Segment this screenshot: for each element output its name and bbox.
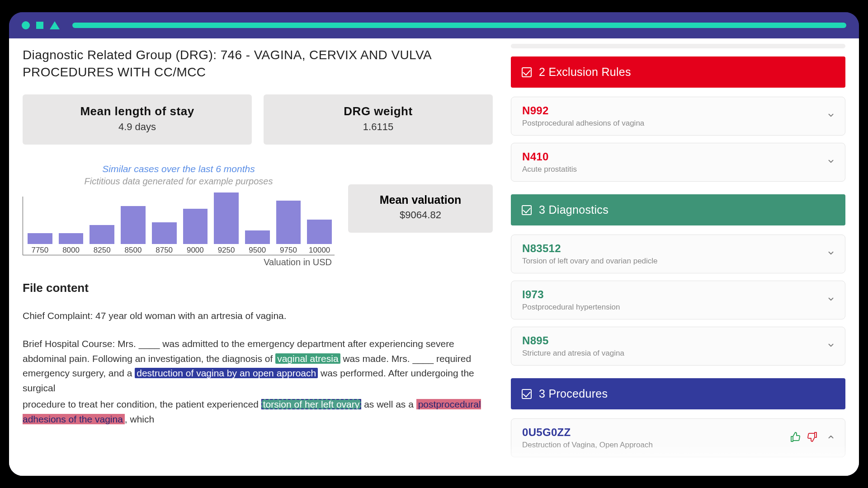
chevron-down-icon[interactable] [827, 249, 835, 259]
panel-title: 3 Procedures [539, 387, 608, 400]
chevron-down-icon[interactable] [827, 111, 835, 121]
similar-cases-chart: Similar cases over the last 6 months Fic… [23, 164, 335, 267]
hospital-course-1: Brief Hospital Course: Mrs. ____ was adm… [23, 337, 493, 395]
checkbox-icon [522, 205, 532, 215]
chart-tick-label: 9500 [249, 246, 266, 255]
procedures-header[interactable]: 3 Procedures [511, 378, 845, 409]
hospital-course-2: procedure to treat her condition, the pa… [23, 397, 493, 427]
code-description: Postprocedural hypertension [522, 303, 820, 312]
metric-label: DRG weight [268, 104, 488, 118]
chart-tick-label: 8250 [94, 246, 111, 255]
chart-bar: 9500 [245, 230, 270, 255]
thumbs-down-icon[interactable] [807, 432, 818, 444]
code-label: N992 [522, 104, 820, 117]
panel-title: 2 Exclusion Rules [539, 66, 631, 79]
window-titlebar [9, 12, 859, 38]
metric-mean-valuation: Mean valuation $9064.82 [348, 184, 493, 233]
chart-tick-label: 10000 [309, 246, 330, 255]
panel-title: 3 Diagnostics [539, 203, 609, 216]
chart-tick-label: 9750 [280, 246, 297, 255]
chart-bar: 9750 [276, 201, 301, 255]
checkbox-icon [522, 67, 532, 77]
metric-value: $9064.82 [353, 209, 488, 221]
chart-bar: 10000 [307, 220, 332, 255]
chart-tick-label: 8750 [156, 246, 173, 255]
thumbs-up-icon[interactable] [790, 432, 801, 444]
code-card[interactable]: 0U5G0ZZDestruction of Vagina, Open Appro… [511, 418, 845, 457]
metric-value: 4.9 days [27, 121, 247, 133]
code-card[interactable]: N410Acute prostatitis [511, 143, 845, 182]
code-description: Stricture and atresia of vagina [522, 349, 820, 358]
chart-title: Similar cases over the last 6 months [23, 164, 335, 174]
code-card[interactable]: N895Stricture and atresia of vagina [511, 327, 845, 366]
checkbox-icon [522, 389, 532, 399]
window-control-square-icon [36, 22, 43, 29]
code-card[interactable]: N992Postprocedural adhesions of vagina [511, 97, 845, 136]
chart-tick-label: 8000 [62, 246, 80, 255]
chart-tick-label: 9250 [218, 246, 235, 255]
chart-bar: 9250 [214, 192, 239, 255]
highlight-diagnosis[interactable]: vaginal atresia [275, 353, 340, 364]
address-bar[interactable] [72, 23, 846, 28]
chart-bar: 8500 [121, 206, 146, 255]
window-control-triangle-icon [50, 21, 60, 29]
chart-bar: 8250 [90, 225, 114, 255]
code-card[interactable]: I973Postprocedural hypertension [511, 281, 845, 319]
metric-label: Mean valuation [353, 193, 488, 206]
file-content-heading: File content [23, 281, 493, 295]
metric-label: Mean length of stay [27, 104, 247, 118]
file-content-body: Chief Complaint: 47 year old woman with … [23, 309, 493, 427]
metric-length-of-stay: Mean length of stay 4.9 days [23, 94, 252, 145]
chart-tick-label: 8500 [125, 246, 142, 255]
chart-bar: 9000 [183, 209, 208, 255]
chart-bar: 8000 [59, 233, 84, 255]
code-label: I973 [522, 288, 820, 301]
code-description: Postprocedural adhesions of vagina [522, 119, 820, 128]
code-label: 0U5G0ZZ [522, 426, 820, 439]
chevron-down-icon[interactable] [827, 295, 835, 305]
exclusion-rules-header[interactable]: 2 Exclusion Rules [511, 56, 845, 88]
chevron-down-icon[interactable] [827, 157, 835, 167]
window-control-circle-icon [22, 21, 30, 29]
metric-value: 1.6115 [268, 121, 488, 133]
code-description: Destruction of Vagina, Open Approach [522, 441, 820, 450]
code-description: Torsion of left ovary and ovarian pedicl… [522, 257, 820, 266]
code-label: N83512 [522, 242, 820, 255]
highlight-diagnosis[interactable]: torsion of her left ovary [261, 399, 362, 409]
drg-title: Diagnostic Related Group (DRG): 746 - VA… [23, 47, 493, 81]
chart-xaxis-label: Valuation in USD [23, 257, 335, 267]
list-item-placeholder [511, 44, 845, 48]
chart-bar: 7750 [28, 233, 52, 255]
diagnostics-header[interactable]: 3 Diagnostics [511, 194, 845, 225]
metric-drg-weight: DRG weight 1.6115 [264, 94, 493, 145]
chevron-up-icon[interactable] [827, 433, 835, 443]
chart-bar: 8750 [152, 222, 177, 255]
code-label: N895 [522, 334, 820, 347]
highlight-procedure[interactable]: destruction of vagina by an open approac… [135, 368, 318, 378]
chief-complaint: Chief Complaint: 47 year old woman with … [23, 309, 493, 324]
code-description: Acute prostatitis [522, 165, 820, 174]
chart-subtitle: Fictitious data generated for example pu… [23, 176, 335, 187]
chart-tick-label: 9000 [187, 246, 204, 255]
code-label: N410 [522, 150, 820, 163]
browser-window: Diagnostic Related Group (DRG): 746 - VA… [9, 12, 859, 476]
code-card[interactable]: N83512Torsion of left ovary and ovarian … [511, 235, 845, 273]
chevron-down-icon[interactable] [827, 341, 835, 351]
chart-tick-label: 7750 [31, 246, 48, 255]
